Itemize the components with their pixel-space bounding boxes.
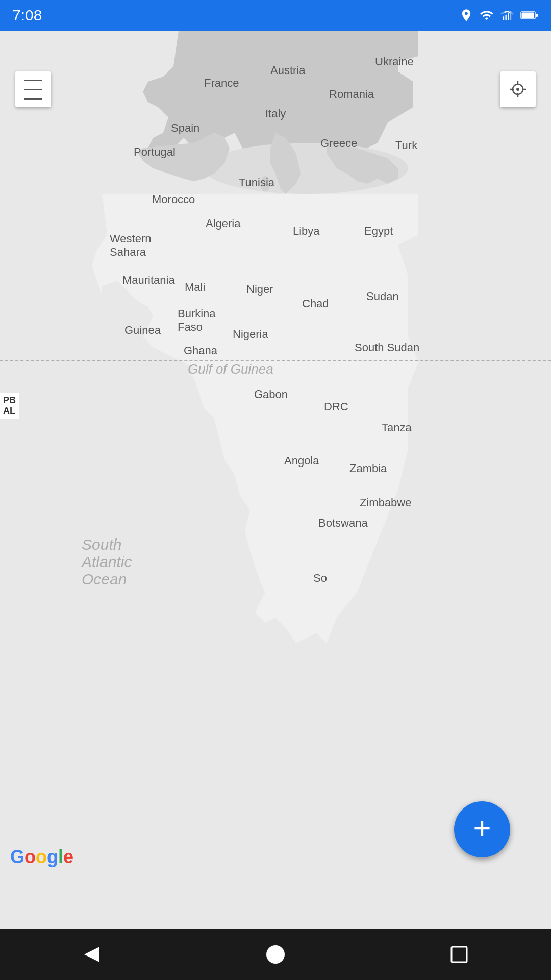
location-icon [459,8,473,22]
status-icons [459,8,539,22]
svg-rect-3 [503,16,504,20]
svg-point-17 [266,945,285,964]
hamburger-line-2 [24,89,42,90]
signal-icon [500,8,514,22]
svg-point-11 [516,88,519,91]
menu-button[interactable] [15,71,51,107]
status-bar: 7:08 [0,0,551,31]
pb-al-label: PBAL [0,393,19,419]
fab-add-button[interactable]: + [454,801,510,857]
svg-point-9 [260,176,270,191]
recents-button[interactable] [446,942,472,967]
location-button[interactable] [500,71,536,107]
hamburger-line-3 [24,98,42,100]
svg-rect-5 [522,13,534,18]
hamburger-line-1 [24,80,42,81]
svg-rect-6 [536,14,538,17]
map-container[interactable]: France Austria Ukraine Spain Italy Roman… [0,31,551,929]
wifi-icon [480,8,494,22]
svg-rect-18 [452,947,467,962]
bottom-nav [0,929,551,980]
battery-icon [520,8,539,22]
svg-rect-1 [508,13,509,20]
svg-rect-2 [510,11,511,20]
status-time: 7:08 [12,7,42,24]
home-button[interactable] [263,942,288,967]
svg-rect-0 [506,15,507,20]
equator-line [0,360,551,361]
crosshair-icon [508,79,528,100]
fab-plus-icon: + [473,813,491,844]
back-button[interactable] [79,942,105,967]
map-svg [0,31,551,929]
google-logo: Google [10,846,73,868]
svg-marker-16 [84,947,99,962]
